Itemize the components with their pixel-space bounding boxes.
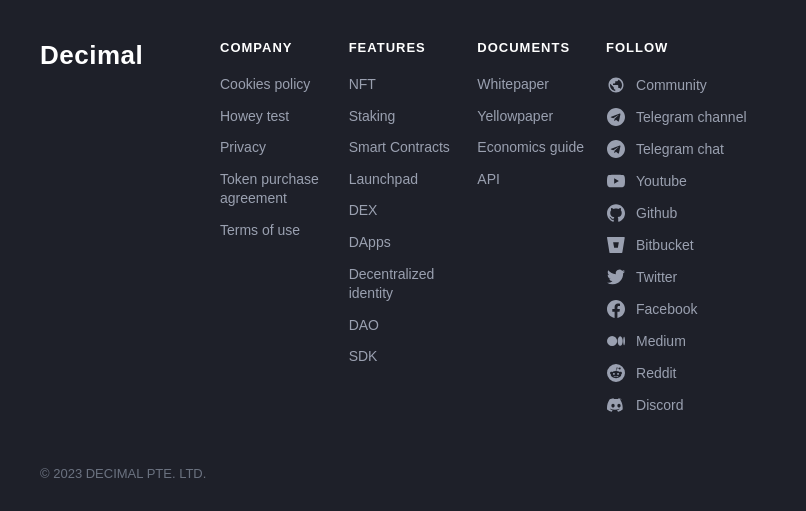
link-telegram-chat[interactable]: Telegram chat	[606, 139, 766, 159]
reddit-label: Reddit	[636, 365, 676, 381]
footer-logo: Decimal	[40, 40, 220, 426]
company-column: COMPANY Cookies policy Howey test Privac…	[220, 40, 349, 426]
telegram-channel-icon	[606, 107, 626, 127]
telegram-channel-label: Telegram channel	[636, 109, 747, 125]
link-howey-test[interactable]: Howey test	[220, 107, 349, 127]
link-github[interactable]: Github	[606, 203, 766, 223]
documents-header: DOCUMENTS	[477, 40, 606, 55]
bitbucket-icon	[606, 235, 626, 255]
twitter-icon	[606, 267, 626, 287]
link-telegram-channel[interactable]: Telegram channel	[606, 107, 766, 127]
link-dapps[interactable]: DApps	[349, 233, 478, 253]
facebook-icon	[606, 299, 626, 319]
copyright-text: © 2023 DECIMAL PTE. LTD.	[40, 466, 206, 481]
link-discord[interactable]: Discord	[606, 395, 766, 415]
link-nft[interactable]: NFT	[349, 75, 478, 95]
link-smart-contracts[interactable]: Smart Contracts	[349, 138, 478, 158]
logo-text: Decimal	[40, 40, 143, 70]
footer: Decimal COMPANY Cookies policy Howey tes…	[0, 0, 806, 511]
footer-copyright: © 2023 DECIMAL PTE. LTD.	[40, 466, 766, 481]
link-token-purchase[interactable]: Token purchase agreement	[220, 170, 349, 209]
features-header: FEATURES	[349, 40, 478, 55]
medium-icon	[606, 331, 626, 351]
link-decentralized-identity[interactable]: Decentralized identity	[349, 265, 478, 304]
medium-label: Medium	[636, 333, 686, 349]
discord-label: Discord	[636, 397, 683, 413]
features-links: NFT Staking Smart Contracts Launchpad DE…	[349, 75, 478, 367]
youtube-label: Youtube	[636, 173, 687, 189]
bitbucket-label: Bitbucket	[636, 237, 694, 253]
telegram-chat-icon	[606, 139, 626, 159]
link-privacy[interactable]: Privacy	[220, 138, 349, 158]
link-dao[interactable]: DAO	[349, 316, 478, 336]
link-yellowpaper[interactable]: Yellowpaper	[477, 107, 606, 127]
company-header: COMPANY	[220, 40, 349, 55]
follow-column: FOLLOW Community Telegram channel	[606, 40, 766, 426]
company-links: Cookies policy Howey test Privacy Token …	[220, 75, 349, 241]
github-label: Github	[636, 205, 677, 221]
link-sdk[interactable]: SDK	[349, 347, 478, 367]
youtube-icon	[606, 171, 626, 191]
link-staking[interactable]: Staking	[349, 107, 478, 127]
github-icon	[606, 203, 626, 223]
footer-main: Decimal COMPANY Cookies policy Howey tes…	[40, 40, 766, 426]
documents-column: DOCUMENTS Whitepaper Yellowpaper Economi…	[477, 40, 606, 426]
telegram-chat-label: Telegram chat	[636, 141, 724, 157]
link-api[interactable]: API	[477, 170, 606, 190]
link-bitbucket[interactable]: Bitbucket	[606, 235, 766, 255]
facebook-label: Facebook	[636, 301, 697, 317]
documents-links: Whitepaper Yellowpaper Economics guide A…	[477, 75, 606, 189]
reddit-icon	[606, 363, 626, 383]
link-youtube[interactable]: Youtube	[606, 171, 766, 191]
link-terms-of-use[interactable]: Terms of use	[220, 221, 349, 241]
features-column: FEATURES NFT Staking Smart Contracts Lau…	[349, 40, 478, 426]
twitter-label: Twitter	[636, 269, 677, 285]
link-economics-guide[interactable]: Economics guide	[477, 138, 606, 158]
link-dex[interactable]: DEX	[349, 201, 478, 221]
discord-icon	[606, 395, 626, 415]
community-label: Community	[636, 77, 707, 93]
link-community[interactable]: Community	[606, 75, 766, 95]
link-reddit[interactable]: Reddit	[606, 363, 766, 383]
link-launchpad[interactable]: Launchpad	[349, 170, 478, 190]
community-icon	[606, 75, 626, 95]
link-whitepaper[interactable]: Whitepaper	[477, 75, 606, 95]
footer-columns: COMPANY Cookies policy Howey test Privac…	[220, 40, 766, 426]
link-facebook[interactable]: Facebook	[606, 299, 766, 319]
link-cookies-policy[interactable]: Cookies policy	[220, 75, 349, 95]
link-twitter[interactable]: Twitter	[606, 267, 766, 287]
link-medium[interactable]: Medium	[606, 331, 766, 351]
follow-header: FOLLOW	[606, 40, 766, 55]
follow-links: Community Telegram channel Telegram chat	[606, 75, 766, 415]
